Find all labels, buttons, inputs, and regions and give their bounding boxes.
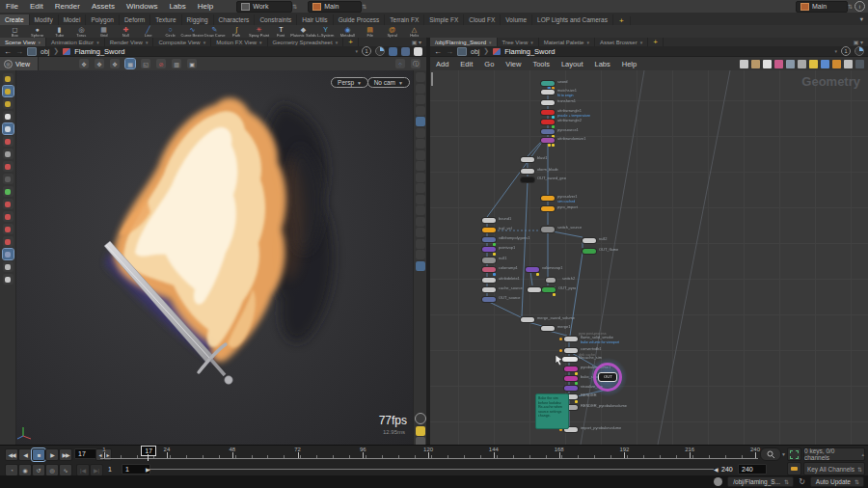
net-menu-tools[interactable]: Tools — [527, 60, 556, 68]
pose-tool-icon[interactable] — [3, 136, 14, 147]
shelf-tool-platonic-solids[interactable]: ◆Platonic Solids — [292, 25, 314, 39]
orbit-tool-icon[interactable] — [3, 274, 14, 285]
snap-edge-icon[interactable] — [3, 224, 14, 234]
node-out-pyro[interactable]: OUT_pyro — [542, 287, 556, 292]
shelf-tool-line[interactable]: ╱Line — [137, 25, 159, 39]
tab-dropdown-icon[interactable]: ▾ — [530, 40, 533, 45]
right-pane-menu-icon[interactable]: ▣ ▾ — [849, 38, 868, 46]
net-path-root[interactable]: obj — [471, 48, 479, 55]
grid-display-icon[interactable] — [416, 228, 425, 237]
play-button[interactable]: ▶ — [45, 448, 59, 461]
go-start-button[interactable]: ◀◀ — [5, 448, 18, 461]
global-anim-options-button[interactable] — [787, 447, 801, 461]
tab-dropdown-icon[interactable]: ▾ — [203, 40, 206, 45]
context-selector[interactable]: /obj/Flaming_S...⇅ — [727, 476, 794, 487]
palette-square-icon[interactable] — [763, 60, 772, 68]
tab-dropdown-icon[interactable]: ▾ — [489, 40, 492, 45]
menu-file[interactable]: File — [0, 2, 24, 11]
shelf-tool-draw-curve[interactable]: ✎Draw Curve — [203, 25, 226, 39]
tab-dropdown-icon[interactable]: ▾ — [336, 40, 339, 45]
snap-grid-icon[interactable] — [3, 199, 14, 209]
net-path-dropdown-icon[interactable]: ▾ — [834, 48, 837, 54]
tab-dropdown-icon[interactable]: ▾ — [259, 40, 262, 45]
shade-mode-icon[interactable] — [416, 161, 425, 171]
tab-dropdown-icon[interactable]: ▾ — [39, 40, 41, 45]
shelf-tab-modify[interactable]: Modify — [30, 14, 59, 25]
menu-edit[interactable]: Edit — [24, 2, 49, 11]
no-live-icon[interactable]: ⊘ — [156, 59, 166, 68]
shelf-tool-null[interactable]: ✚Null — [115, 25, 137, 39]
shelf-tab-terrain-fx[interactable]: Terrain FX — [385, 14, 424, 25]
shelf-tool-tube[interactable]: ▮Tube — [48, 25, 70, 39]
shelf-tab-rigging[interactable]: Rigging — [182, 14, 214, 25]
left-add-tab-button[interactable]: + — [343, 38, 359, 46]
orange-files-icon[interactable] — [832, 60, 841, 68]
refresh-icon[interactable]: ↻ — [799, 477, 805, 486]
shelf-tab-hair-utils[interactable]: Hair Utils — [297, 14, 333, 25]
shelf-tool-curve-bezier[interactable]: ∿Curve Bezier — [181, 25, 203, 39]
range-slider[interactable] — [149, 469, 714, 470]
info-icon[interactable]: i — [854, 1, 865, 12]
go-end-button[interactable]: ▶▶ — [59, 448, 72, 461]
node-pyrobakevolume1[interactable]: pyrobakevolume1 — [564, 366, 578, 371]
white-panel-icon[interactable] — [414, 47, 422, 56]
projection-selector[interactable]: Persp▼ — [331, 77, 368, 88]
node-matchsize1[interactable]: matchsize1fit to origin — [541, 90, 555, 95]
path-root[interactable]: obj — [41, 48, 49, 55]
scene-viewport[interactable]: Persp▼ No cam▼ 77fps 12.95ms — [15, 70, 413, 445]
net-instance-badge[interactable]: 1 — [841, 46, 851, 56]
right-tab-asset-browser[interactable]: Asset Browser▾ — [595, 38, 648, 46]
right-tab-obj-flaming-sword[interactable]: /obj/Flaming_Sword▾ — [430, 38, 498, 46]
net-forward-arrow-icon[interactable]: → — [446, 47, 453, 56]
frame-ruler[interactable] — [100, 458, 758, 459]
selected-out-node[interactable]: OUT — [598, 372, 617, 382]
link-group-icon[interactable] — [389, 47, 397, 56]
progress-circle-icon[interactable] — [375, 46, 385, 56]
net-progress-circle-icon[interactable] — [854, 46, 864, 56]
range-end-field[interactable]: 240 — [738, 464, 767, 474]
zoom-region-icon[interactable]: ◱ — [141, 59, 150, 68]
left-tab-render-view[interactable]: Render View▾ — [105, 38, 154, 46]
character-pick-icon[interactable] — [3, 149, 14, 159]
hand-tool-icon[interactable] — [751, 60, 760, 68]
node-vdbfrompolygons1[interactable]: vdbfrompolygons1 — [482, 237, 496, 242]
node-attribrandomize1[interactable]: attribrandomize1 — [541, 138, 555, 143]
snapshot-icon[interactable] — [798, 60, 806, 68]
blue-gallery-icon[interactable] — [821, 60, 829, 68]
net-menu-view[interactable]: View — [500, 60, 527, 68]
update-mode-selector[interactable]: Auto Update⇅ — [810, 476, 864, 487]
yellow-notes-icon[interactable] — [809, 60, 818, 68]
zoom-dropdown-icon[interactable]: ▼ — [781, 451, 786, 457]
paint-mode-icon[interactable] — [3, 98, 14, 109]
render-flipbook-icon[interactable]: ▥ — [172, 59, 181, 68]
ghost-objects-icon[interactable] — [416, 84, 425, 94]
field-guide-icon[interactable] — [416, 261, 425, 271]
scene-spinner[interactable]: ⇅ — [362, 3, 366, 10]
node-xform-blade[interactable]: xform_blade — [521, 169, 534, 174]
view-tool-icon[interactable] — [3, 249, 14, 259]
layout-mode-icon[interactable] — [3, 73, 14, 84]
menu-render[interactable]: Render — [49, 2, 86, 11]
node-resize1[interactable]: resize1 — [528, 287, 541, 292]
left-tab-motion-fx-view[interactable]: Motion FX View▾ — [211, 38, 267, 46]
node-out-flame[interactable]: OUT_flame — [583, 249, 596, 254]
node-attribwrangle1[interactable]: attribwrangle1pscale + temperature — [541, 110, 555, 115]
find-magnifier-icon[interactable] — [844, 60, 853, 68]
node-bake-smoke[interactable]: bake_smoke — [564, 376, 578, 381]
play-reverse-button[interactable]: ◀ — [18, 448, 32, 461]
node-out-source[interactable]: OUT_source — [482, 297, 496, 302]
message-log-icon[interactable] — [714, 477, 722, 486]
node-null1[interactable]: null1 — [482, 258, 496, 263]
reference-plane-icon[interactable] — [416, 239, 425, 249]
node-merge1[interactable]: merge1 — [541, 326, 555, 331]
network-editor-canvas[interactable]: Geometry swordmatchsize1fit to origintra… — [430, 70, 868, 445]
shelf-tool-grid[interactable]: ▦Grid — [93, 25, 115, 39]
shelf-overflow-icon[interactable]: ▾ — [855, 14, 868, 25]
adapt-wrench-icon[interactable] — [740, 60, 748, 68]
shelf-tool-file[interactable]: ▤File — [359, 25, 381, 39]
layout-grid-icon[interactable] — [786, 60, 795, 68]
left-tab-geometry-spreadsheet[interactable]: Geometry Spreadsheet▾ — [268, 38, 344, 46]
left-tab-composite-view[interactable]: Composite View▾ — [153, 38, 211, 46]
menu-labs[interactable]: Labs — [163, 2, 191, 11]
right-add-tab-button[interactable]: + — [648, 38, 664, 46]
